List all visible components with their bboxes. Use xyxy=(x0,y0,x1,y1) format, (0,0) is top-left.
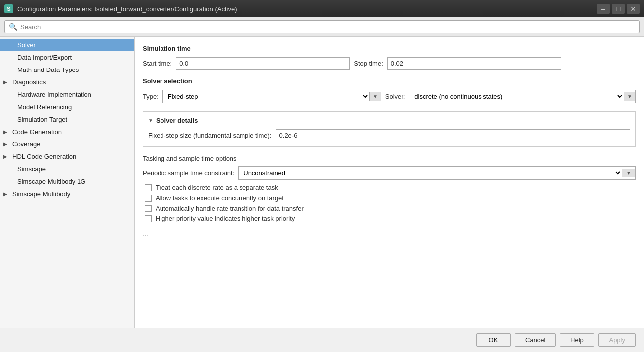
sidebar-item-label-code-gen: Code Generation xyxy=(12,128,62,136)
stop-time-input[interactable] xyxy=(387,57,561,70)
checkbox-auto-handle[interactable] xyxy=(145,205,152,212)
solver-details-section: ▼ Solver details Fixed-step size (fundam… xyxy=(143,111,636,147)
solver-select-wrap: discrete (no continuous states) ▼ xyxy=(409,90,636,103)
checkbox-treat-discrete[interactable] xyxy=(145,184,152,191)
periodic-select-wrap: Unconstrained ▼ xyxy=(238,166,636,180)
ok-button[interactable]: OK xyxy=(476,333,511,347)
content-panel: Simulation time Start time: Stop time: S… xyxy=(135,37,644,328)
app-icon: S xyxy=(4,4,13,13)
minimize-button[interactable]: – xyxy=(597,4,610,14)
search-bar-container: 🔍 xyxy=(0,17,644,37)
checkbox-allow-tasks[interactable] xyxy=(145,195,152,202)
sidebar-item-math-data-types[interactable]: Math and Data Types xyxy=(0,64,134,76)
fixed-step-row: Fixed-step size (fundamental sample time… xyxy=(148,129,630,141)
type-select-dropdown-arrow[interactable]: ▼ xyxy=(369,92,381,101)
solver-selection-title: Solver selection xyxy=(143,77,636,85)
expand-arrow-placeholder3 xyxy=(8,67,15,72)
start-time-input[interactable] xyxy=(176,57,350,70)
apply-button[interactable]: Apply xyxy=(598,333,636,347)
type-select[interactable]: Fixed-step xyxy=(163,90,369,103)
cancel-button[interactable]: Cancel xyxy=(515,333,556,347)
checkbox-label-auto-handle: Automatically handle rate transition for… xyxy=(156,205,304,212)
type-label: Type: xyxy=(143,93,159,100)
sidebar-item-label-coverage: Coverage xyxy=(12,141,40,148)
sidebar-item-label-sim-target: Simulation Target xyxy=(17,116,67,123)
sidebar-item-label-simscape-1g: Simscape Multibody 1G xyxy=(17,178,85,185)
checkbox-row-2: Automatically handle rate transition for… xyxy=(143,205,636,212)
expand-arrow-placeholder xyxy=(8,42,15,48)
expand-arrow-placeholder6 xyxy=(8,117,15,122)
sidebar-item-coverage[interactable]: ▶ Coverage xyxy=(0,138,134,150)
sidebar: Solver Data Import/Export Math and Data … xyxy=(0,37,135,328)
solver-details-title: Solver details xyxy=(156,117,198,124)
sidebar-item-code-generation[interactable]: ▶ Code Generation xyxy=(0,126,134,138)
periodic-label: Periodic sample time constraint: xyxy=(143,169,234,177)
checkbox-row-1: Allow tasks to execute concurrently on t… xyxy=(143,194,636,202)
time-fields-row: Start time: Stop time: xyxy=(143,57,636,70)
stop-time-label: Stop time: xyxy=(354,60,383,67)
simulation-time-section: Simulation time Start time: Stop time: xyxy=(143,45,636,70)
window-title: Configuration Parameters: Isolated_forwa… xyxy=(17,5,593,13)
sidebar-item-model-referencing[interactable]: Model Referencing xyxy=(0,101,134,113)
solver-details-header[interactable]: ▼ Solver details xyxy=(148,117,630,124)
fixed-step-input[interactable] xyxy=(276,129,630,141)
ellipsis: ... xyxy=(143,230,636,238)
sidebar-item-label-hardware: Hardware Implementation xyxy=(17,91,91,98)
periodic-sample-row: Periodic sample time constraint: Unconst… xyxy=(143,166,636,180)
simulation-time-title: Simulation time xyxy=(143,45,636,52)
checkbox-higher-priority[interactable] xyxy=(145,215,152,222)
sidebar-item-label-hdl: HDL Code Generation xyxy=(12,153,76,160)
hdl-expand-arrow: ▶ xyxy=(3,154,10,159)
solver-details-collapse-icon: ▼ xyxy=(148,118,153,123)
main-window: S Configuration Parameters: Isolated_for… xyxy=(0,0,644,352)
coverage-expand-arrow: ▶ xyxy=(3,141,10,147)
sidebar-item-simulation-target[interactable]: Simulation Target xyxy=(0,113,134,126)
search-input-wrap: 🔍 xyxy=(4,20,640,33)
sidebar-item-hardware-implementation[interactable]: Hardware Implementation xyxy=(0,88,134,101)
sidebar-item-simscape-multibody[interactable]: ▶ Simscape Multibody xyxy=(0,188,134,200)
expand-arrow-placeholder2 xyxy=(8,55,15,60)
sidebar-item-label-data-import: Data Import/Export xyxy=(17,54,72,61)
start-time-label: Start time: xyxy=(143,60,172,67)
sidebar-item-label-model-ref: Model Referencing xyxy=(17,103,72,111)
checkbox-label-higher-priority: Higher priority value indicates higher t… xyxy=(156,215,295,222)
sidebar-item-simscape[interactable]: Simscape xyxy=(0,163,134,175)
sidebar-item-label-solver: Solver xyxy=(17,41,36,49)
close-button[interactable]: ✕ xyxy=(627,4,640,14)
sidebar-item-label-simscape: Simscape xyxy=(17,165,46,173)
solver-selection-section: Solver selection Type: Fixed-step ▼ Solv… xyxy=(143,77,636,103)
solver-select-dropdown-arrow[interactable]: ▼ xyxy=(624,92,635,101)
window-controls: – □ ✕ xyxy=(597,4,640,14)
type-select-wrap: Fixed-step ▼ xyxy=(162,90,381,103)
main-area: Solver Data Import/Export Math and Data … xyxy=(0,37,644,328)
simscape-mb-expand-arrow: ▶ xyxy=(3,191,10,197)
sidebar-item-label-diagnostics: Diagnostics xyxy=(12,78,46,86)
search-input[interactable] xyxy=(20,23,635,31)
fixed-step-label: Fixed-step size (fundamental sample time… xyxy=(148,132,272,139)
help-button[interactable]: Help xyxy=(560,333,594,347)
sidebar-item-diagnostics[interactable]: ▶ Diagnostics xyxy=(0,76,134,88)
sidebar-item-simscape-multibody-1g[interactable]: Simscape Multibody 1G xyxy=(0,175,134,188)
sidebar-item-label-simscape-mb: Simscape Multibody xyxy=(12,190,70,198)
periodic-select[interactable]: Unconstrained xyxy=(239,167,622,179)
tasking-title: Tasking and sample time options xyxy=(143,155,636,162)
expand-arrow-placeholder8 xyxy=(8,179,15,184)
maximize-button[interactable]: □ xyxy=(612,4,625,14)
periodic-dropdown-arrow[interactable]: ▼ xyxy=(622,169,635,177)
sidebar-item-label-math: Math and Data Types xyxy=(17,66,79,73)
checkbox-row-3: Higher priority value indicates higher t… xyxy=(143,215,636,222)
tasking-section: Tasking and sample time options Periodic… xyxy=(143,155,636,222)
footer: OK Cancel Help Apply xyxy=(0,328,644,352)
sidebar-item-solver[interactable]: Solver xyxy=(0,39,134,51)
sidebar-item-hdl-code-gen[interactable]: ▶ HDL Code Generation xyxy=(0,150,134,163)
checkbox-row-0: Treat each discrete rate as a separate t… xyxy=(143,184,636,191)
diagnostics-expand-arrow: ▶ xyxy=(3,79,10,85)
code-gen-expand-arrow: ▶ xyxy=(3,129,10,135)
sidebar-item-data-import-export[interactable]: Data Import/Export xyxy=(0,51,134,64)
search-icon: 🔍 xyxy=(9,23,17,31)
checkbox-label-treat-discrete: Treat each discrete rate as a separate t… xyxy=(156,184,278,191)
solver-label: Solver: xyxy=(385,93,405,100)
expand-arrow-placeholder7 xyxy=(8,166,15,172)
solver-select[interactable]: discrete (no continuous states) xyxy=(409,90,624,103)
solver-row: Type: Fixed-step ▼ Solver: discrete (no … xyxy=(143,90,636,103)
